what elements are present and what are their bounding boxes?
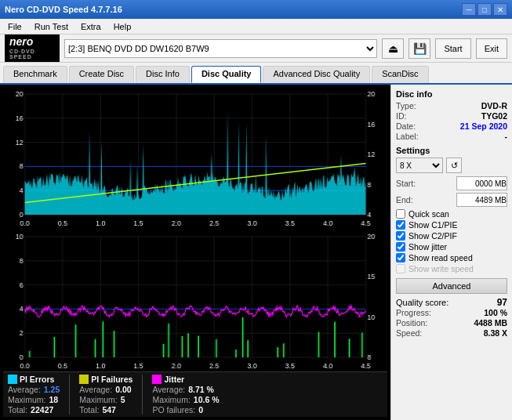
close-button[interactable]: ✕: [493, 3, 507, 16]
pi-errors-color: [8, 375, 17, 384]
nero-logo: nero CD·DVD SPEED: [5, 34, 60, 62]
pif-avg-value: 0.00: [115, 385, 131, 394]
speed-label: Speed:: [396, 328, 422, 338]
pi-avg-value: 1.25: [44, 385, 60, 394]
disc-id-label: ID:: [396, 111, 406, 121]
side-panel: Disc info Type: DVD-R ID: TYG02 Date: 21…: [390, 85, 512, 420]
jitter-max-label: Maximum:: [152, 395, 190, 404]
disc-info-id-row: ID: TYG02: [396, 111, 507, 121]
menu-extra[interactable]: Extra: [78, 21, 104, 32]
show-read-speed-label: Show read speed: [409, 253, 473, 262]
tab-benchmark[interactable]: Benchmark: [3, 66, 67, 83]
show-c2-row: Show C2/PIF: [396, 231, 507, 241]
main-content: PI Errors Average: 1.25 Maximum: 18 Tota…: [0, 85, 512, 420]
jitter-avg-value: 8.71 %: [188, 385, 214, 394]
start-mb-label: Start:: [396, 179, 416, 188]
stat-group-jitter: Jitter Average: 8.71 % Maximum: 10.6 % P…: [152, 375, 219, 415]
disc-info-date-row: Date: 21 Sep 2020: [396, 121, 507, 131]
quick-scan-label: Quick scan: [409, 209, 449, 219]
start-button[interactable]: Start: [435, 38, 470, 59]
disc-id-value: TYG02: [481, 111, 507, 121]
jitter-color: [152, 375, 162, 384]
stat-group-pi-failures: PI Failures Average: 0.00 Maximum: 5 Tot…: [79, 375, 133, 415]
position-row: Position: 4488 MB: [396, 318, 507, 328]
tabs-bar: Benchmark Create Disc Disc Info Disc Qua…: [0, 63, 512, 85]
position-label: Position:: [396, 318, 427, 328]
drive-select[interactable]: [2:3] BENQ DVD DD DW1620 B7W9: [64, 39, 377, 58]
speed-row-quality: Speed: 8.38 X: [396, 328, 507, 338]
advanced-button[interactable]: Advanced: [396, 278, 507, 294]
jitter-avg-row: Average: 8.71 %: [152, 385, 219, 394]
speed-select[interactable]: Max1 X2 X4 X8 X16 X: [396, 158, 443, 173]
tab-disc-quality[interactable]: Disc Quality: [191, 66, 262, 83]
show-write-speed-checkbox[interactable]: [396, 264, 405, 273]
nero-logo-text: nero: [9, 36, 55, 48]
progress-row: Progress: 100 %: [396, 308, 507, 317]
nero-logo-sub: CD·DVD SPEED: [9, 49, 55, 60]
save-button[interactable]: 💾: [409, 38, 430, 59]
tab-advanced-disc-quality[interactable]: Advanced Disc Quality: [263, 66, 370, 83]
pif-total-value: 547: [102, 405, 116, 415]
exit-button[interactable]: Exit: [476, 38, 507, 59]
end-mb-input[interactable]: [456, 193, 507, 207]
divider-2: [142, 375, 143, 415]
pi-avg-label: Average:: [8, 385, 41, 394]
show-read-speed-checkbox[interactable]: [396, 253, 405, 262]
pif-max-value: 5: [121, 395, 125, 404]
show-write-speed-label: Show write speed: [409, 264, 474, 273]
show-write-speed-row: Show write speed: [396, 264, 507, 273]
pi-avg-row: Average: 1.25: [8, 385, 60, 394]
menu-file[interactable]: File: [5, 21, 25, 32]
pi-max-value: 18: [49, 395, 58, 404]
pi-failures-color: [79, 375, 89, 384]
disc-info-label-row: Label: -: [396, 132, 507, 141]
po-failures-label: PO failures:: [152, 405, 195, 415]
top-chart: [3, 88, 387, 229]
progress-label: Progress:: [396, 308, 431, 317]
disc-date-value: 21 Sep 2020: [460, 121, 507, 131]
show-jitter-checkbox[interactable]: [396, 242, 405, 252]
disc-date-label: Date:: [396, 121, 416, 131]
quality-score-label: Quality score:: [396, 298, 448, 307]
pi-total-row: Total: 22427: [8, 405, 60, 415]
po-failures-row: PO failures: 0: [152, 405, 219, 415]
menu-run-test[interactable]: Run Test: [31, 21, 71, 32]
show-c1-label: Show C1/PIE: [409, 220, 457, 230]
pif-total-row: Total: 547: [79, 405, 133, 415]
jitter-title: Jitter: [164, 375, 184, 384]
menu-help[interactable]: Help: [111, 21, 135, 32]
pif-avg-label: Average:: [79, 385, 112, 394]
maximize-button[interactable]: □: [478, 3, 492, 16]
start-mb-input[interactable]: [456, 176, 507, 190]
pi-max-label: Maximum:: [8, 395, 45, 404]
end-mb-row: End:: [396, 193, 507, 207]
jitter-max-row: Maximum: 10.6 %: [152, 395, 219, 404]
toolbar: nero CD·DVD SPEED [2:3] BENQ DVD DD DW16…: [0, 34, 512, 63]
jitter-avg-label: Average:: [152, 385, 185, 394]
quick-scan-checkbox[interactable]: [396, 209, 405, 219]
disc-type-value: DVD-R: [481, 101, 507, 110]
settings-section: Settings Max1 X2 X4 X8 X16 X ↺ Start: En…: [396, 146, 507, 294]
pi-max-row: Maximum: 18: [8, 395, 60, 404]
show-jitter-label: Show jitter: [409, 242, 447, 252]
tab-disc-info[interactable]: Disc Info: [136, 66, 190, 83]
title-bar: Nero CD-DVD Speed 4.7.7.16 ─ □ ✕: [0, 0, 512, 19]
quality-score-value: 97: [497, 297, 507, 308]
speed-row: Max1 X2 X4 X8 X16 X ↺: [396, 158, 507, 173]
pi-total-label: Total:: [8, 405, 27, 415]
tab-scan-disc[interactable]: ScanDisc: [372, 66, 428, 83]
pif-max-label: Maximum:: [79, 395, 117, 404]
refresh-button[interactable]: ↺: [446, 158, 462, 173]
pif-max-row: Maximum: 5: [79, 395, 133, 404]
tab-create-disc[interactable]: Create Disc: [69, 66, 134, 83]
quality-score-row: Quality score: 97: [396, 297, 507, 308]
show-c2-checkbox[interactable]: [396, 231, 405, 241]
chart-area: PI Errors Average: 1.25 Maximum: 18 Tota…: [0, 85, 390, 420]
eject-button[interactable]: ⏏: [382, 38, 404, 59]
pi-failures-title: PI Failures: [91, 375, 133, 384]
show-c1-checkbox[interactable]: [396, 220, 405, 230]
divider-1: [69, 375, 70, 415]
pi-errors-title: PI Errors: [20, 375, 54, 384]
minimize-button[interactable]: ─: [462, 3, 476, 16]
disc-label-label: Label:: [396, 132, 419, 141]
